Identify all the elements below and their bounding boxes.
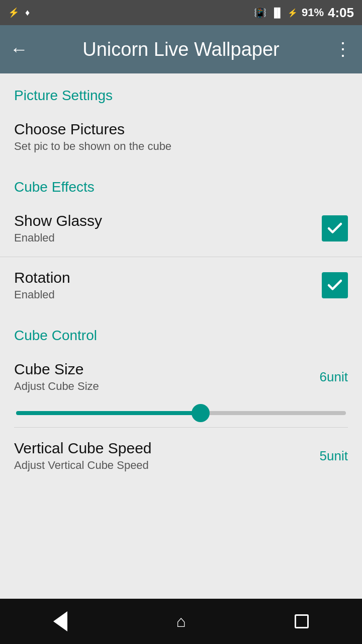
android-icon: ♦ bbox=[25, 8, 30, 18]
cube-size-slider-thumb[interactable] bbox=[192, 404, 210, 422]
status-right-info: 📳 ▐▌ ⚡ 91% 4:05 bbox=[254, 5, 354, 21]
battery-icon: ⚡ bbox=[288, 8, 298, 18]
nav-back-button[interactable] bbox=[40, 606, 80, 636]
section-header-cube-control: Cube Control bbox=[0, 313, 362, 349]
bottom-nav: ⌂ bbox=[0, 599, 362, 644]
setting-title-rotation: Rotation bbox=[14, 269, 322, 286]
setting-text-vertical-cube-speed: Vertical Cube Speed Adjust Vertical Cube… bbox=[14, 440, 298, 472]
cube-size-slider-fill bbox=[16, 411, 201, 415]
section-cube-control: Cube Control Cube Size Adjust Cube Size … bbox=[0, 313, 362, 484]
setting-title-choose-pictures: Choose Pictures bbox=[14, 121, 348, 138]
time-display: 4:05 bbox=[328, 5, 354, 21]
vertical-cube-speed-value: 5unit bbox=[298, 448, 348, 464]
setting-subtitle-vertical-cube-speed: Adjust Vertical Cube Speed bbox=[14, 459, 298, 472]
section-cube-effects: Cube Effects Show Glassy Enabled Rotatio… bbox=[0, 165, 362, 313]
cube-size-value: 6unit bbox=[298, 369, 348, 385]
toolbar: ← Unicorn Live Wallpaper ⋮ bbox=[0, 25, 362, 73]
signal-icon: ▐▌ bbox=[270, 8, 284, 18]
battery-percent: 91% bbox=[302, 6, 324, 19]
setting-subtitle-show-glassy: Enabled bbox=[14, 231, 322, 245]
settings-content: Picture Settings Choose Pictures Set pic… bbox=[0, 73, 362, 599]
nav-home-button[interactable]: ⌂ bbox=[161, 606, 201, 636]
recents-nav-icon bbox=[295, 614, 309, 628]
back-button[interactable]: ← bbox=[10, 39, 40, 60]
section-picture-settings: Picture Settings Choose Pictures Set pic… bbox=[0, 73, 362, 165]
cube-size-slider-track bbox=[16, 411, 346, 415]
setting-text-cube-size: Cube Size Adjust Cube Size bbox=[14, 361, 298, 393]
checkbox-show-glassy[interactable] bbox=[322, 215, 348, 242]
setting-text-rotation: Rotation Enabled bbox=[14, 269, 322, 301]
setting-subtitle-choose-pictures: Set pic to be shown on the cube bbox=[14, 140, 348, 153]
nav-recents-button[interactable] bbox=[282, 606, 322, 636]
setting-text-choose-pictures: Choose Pictures Set pic to be shown on t… bbox=[14, 121, 348, 153]
setting-choose-pictures[interactable]: Choose Pictures Set pic to be shown on t… bbox=[0, 109, 362, 165]
cube-size-slider-container bbox=[0, 405, 362, 427]
section-header-picture-settings: Picture Settings bbox=[0, 73, 362, 109]
setting-show-glassy[interactable]: Show Glassy Enabled bbox=[0, 200, 362, 257]
setting-rotation[interactable]: Rotation Enabled bbox=[0, 257, 362, 313]
status-bar: ⚡ ♦ 📳 ▐▌ ⚡ 91% 4:05 bbox=[0, 0, 362, 25]
more-options-button[interactable]: ⋮ bbox=[322, 39, 352, 60]
section-header-cube-effects: Cube Effects bbox=[0, 165, 362, 200]
checkbox-rotation[interactable] bbox=[322, 272, 348, 298]
setting-subtitle-rotation: Enabled bbox=[14, 288, 322, 301]
setting-title-cube-size: Cube Size bbox=[14, 361, 298, 378]
vibrate-icon: 📳 bbox=[254, 7, 266, 19]
setting-cube-size: Cube Size Adjust Cube Size 6unit bbox=[0, 349, 362, 428]
setting-text-show-glassy: Show Glassy Enabled bbox=[14, 212, 322, 245]
status-left-icons: ⚡ ♦ bbox=[8, 7, 30, 18]
setting-subtitle-cube-size: Adjust Cube Size bbox=[14, 380, 298, 393]
setting-item-cube-size[interactable]: Cube Size Adjust Cube Size 6unit bbox=[0, 349, 362, 405]
home-nav-icon: ⌂ bbox=[176, 612, 186, 631]
setting-title-vertical-cube-speed: Vertical Cube Speed bbox=[14, 440, 298, 457]
setting-vertical-cube-speed[interactable]: Vertical Cube Speed Adjust Vertical Cube… bbox=[0, 428, 362, 484]
usb-icon: ⚡ bbox=[8, 7, 19, 18]
back-nav-icon bbox=[53, 611, 67, 631]
setting-title-show-glassy: Show Glassy bbox=[14, 212, 322, 229]
toolbar-title: Unicorn Live Wallpaper bbox=[40, 39, 322, 60]
